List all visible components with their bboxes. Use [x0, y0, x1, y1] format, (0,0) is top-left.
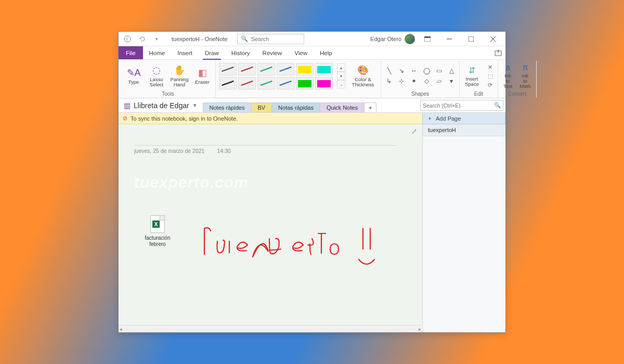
- minimize-icon: [447, 36, 452, 42]
- group-edit: ⇵ Insert Space ✕ ⬚ ⟳ Edit: [460, 61, 498, 98]
- title-bar: ▾ tuexpertoH - OneNote 🔍 Edgar Otero: [119, 32, 505, 46]
- highlighter-pink[interactable]: [315, 77, 333, 89]
- add-section-button[interactable]: +: [364, 102, 376, 112]
- shape-axes-xy[interactable]: ↳: [384, 77, 394, 85]
- shape-rect[interactable]: ▭: [434, 67, 444, 75]
- notebook-picker[interactable]: ▥ Llibreta de Edgar ▼: [119, 98, 203, 112]
- pen-blue[interactable]: [277, 63, 294, 75]
- eraser-button[interactable]: ◧ Eraser: [192, 66, 212, 86]
- scroll-left-icon: ◂: [120, 327, 122, 332]
- section-tab-0[interactable]: Notes ràpides: [203, 102, 252, 112]
- insert-space-button[interactable]: ⇵ Insert Space: [463, 66, 481, 87]
- pen-gray[interactable]: .pen-swatch::before{background:var(--c)}: [219, 63, 237, 75]
- maximize-button[interactable]: [462, 32, 480, 46]
- shape-double-arrow[interactable]: ↔: [409, 67, 419, 75]
- tab-file[interactable]: File: [119, 46, 143, 59]
- highlighter-green[interactable]: [296, 77, 314, 89]
- pages-search-box[interactable]: 🔍: [420, 100, 503, 111]
- section-tab-2[interactable]: Notas rápidas: [271, 102, 320, 112]
- shape-axes-2d[interactable]: ⊹: [397, 77, 406, 85]
- undo-button[interactable]: [136, 33, 148, 45]
- window-title: tuexpertoH - OneNote: [172, 36, 228, 42]
- tab-help[interactable]: Help: [314, 46, 339, 59]
- delete-button[interactable]: ✕: [486, 64, 495, 71]
- account-control[interactable]: Edgar Otero: [370, 34, 415, 44]
- section-tabs: Notes ràpides BV Notas rápidas Quick Not…: [203, 98, 418, 112]
- note-canvas[interactable]: ⤢ jueves, 25 de marzo de 2021 14:30 tuex…: [119, 124, 422, 332]
- pen-gallery-more[interactable]: ▴ ▾ ⌄: [337, 63, 345, 88]
- tab-draw[interactable]: Draw: [199, 46, 225, 59]
- shape-triangle[interactable]: △: [447, 67, 456, 75]
- fullscreen-icon[interactable]: ⤢: [411, 127, 417, 135]
- section-tab-3[interactable]: Quick Notes: [320, 102, 365, 112]
- ribbon-body: ✎A Type ◌ Lasso Select ✋ Panning Hand ◧ …: [119, 60, 505, 98]
- shape-ellipse[interactable]: ◯: [422, 67, 431, 75]
- back-button[interactable]: [122, 33, 133, 45]
- search-icon: 🔍: [494, 102, 501, 109]
- pen-blue-thick[interactable]: [277, 77, 294, 89]
- rotate-button[interactable]: ⟳: [486, 82, 495, 88]
- group-tools-label: Tools: [162, 91, 174, 98]
- tab-home[interactable]: Home: [143, 46, 172, 59]
- notebook-name: Llibreta de Edgar: [134, 101, 189, 110]
- shape-arrow[interactable]: ↘: [397, 67, 406, 75]
- pen-red-thick[interactable]: [238, 77, 256, 89]
- highlighter-cyan[interactable]: [315, 63, 333, 75]
- group-tools: ✎A Type ◌ Lasso Select ✋ Panning Hand ◧ …: [121, 61, 216, 98]
- tab-view[interactable]: View: [288, 46, 314, 59]
- title-search-input[interactable]: [251, 36, 301, 42]
- notebook-icon: ▥: [124, 101, 131, 110]
- ribbon-display-options[interactable]: [418, 32, 437, 46]
- panning-hand-button[interactable]: ✋ Panning Hand: [170, 63, 189, 88]
- gallery-up-icon: ▴: [337, 63, 345, 72]
- palette-icon: 🎨: [357, 64, 369, 76]
- pages-search-input[interactable]: [423, 102, 492, 109]
- hand-icon: ✋: [174, 64, 185, 76]
- title-search-box[interactable]: 🔍: [237, 34, 304, 44]
- shape-more[interactable]: ▾: [447, 77, 456, 85]
- gallery-down-icon: ▾: [337, 72, 345, 80]
- shape-line[interactable]: ╲: [384, 67, 394, 75]
- page-list-item[interactable]: tuexpertoH: [423, 124, 505, 136]
- avatar-icon: [405, 34, 415, 44]
- sync-info-bar[interactable]: ⊘ To sync this notebook, sign in to OneN…: [119, 113, 422, 124]
- minimize-button[interactable]: [440, 32, 459, 46]
- back-arrow-icon: [124, 35, 131, 43]
- ink-to-math-icon: π: [522, 63, 528, 72]
- close-button[interactable]: [484, 32, 502, 46]
- qat-customize[interactable]: ▾: [151, 33, 162, 45]
- color-thickness-button[interactable]: 🎨 Color & Thickness: [348, 63, 378, 88]
- pen-green-thick[interactable]: [257, 77, 275, 89]
- highlighter-yellow[interactable]: [296, 63, 314, 75]
- add-page-button[interactable]: ＋ Add Page: [422, 113, 505, 124]
- horizontal-scrollbar[interactable]: ◂ ▸: [119, 325, 422, 332]
- type-button[interactable]: ✎A Type: [124, 66, 144, 86]
- gallery-expand-icon: ⌄: [337, 80, 345, 88]
- pen-black[interactable]: [219, 77, 237, 89]
- collapse-ribbon-button[interactable]: ˄: [537, 61, 539, 98]
- lasso-select-button[interactable]: ◌ Lasso Select: [147, 63, 166, 88]
- group-pens: .pen-swatch::before{background:var(--c)}…: [216, 61, 381, 98]
- shape-parallelogram[interactable]: ▱: [434, 77, 444, 85]
- pen-red[interactable]: [238, 63, 256, 75]
- tab-insert[interactable]: Insert: [171, 46, 199, 59]
- page-time: 14:30: [217, 148, 230, 154]
- share-button[interactable]: [491, 46, 505, 59]
- section-tab-1[interactable]: BV: [251, 102, 272, 112]
- shapes-gallery: ╲ ↘ ↔ ◯ ▭ △ ↳ ⊹ ✦ ◇ ▱ ▾: [384, 67, 456, 85]
- pen-gallery: .pen-swatch::before{background:var(--c)}: [219, 63, 333, 89]
- file-attachment[interactable]: facturación febrero: [139, 215, 176, 247]
- ribbon-tab-strip: File Home Insert Draw History Review Vie…: [119, 46, 505, 60]
- tab-history[interactable]: History: [225, 46, 256, 59]
- shape-diamond[interactable]: ◇: [422, 77, 431, 85]
- pen-green[interactable]: [257, 63, 275, 75]
- group-edit-label: Edit: [474, 91, 483, 98]
- arrange-button[interactable]: ⬚: [486, 73, 495, 80]
- tab-review[interactable]: Review: [256, 46, 289, 59]
- shape-axes-3d[interactable]: ✦: [409, 77, 419, 85]
- ink-to-text-button[interactable]: a Ink to Text: [501, 63, 514, 89]
- ink-to-math-button[interactable]: π Ink to Math: [517, 63, 532, 89]
- page-header: jueves, 25 de marzo de 2021 14:30: [134, 145, 396, 154]
- sync-message: To sync this notebook, sign in to OneNot…: [131, 115, 238, 122]
- pages-panel: tuexpertoH: [422, 124, 505, 332]
